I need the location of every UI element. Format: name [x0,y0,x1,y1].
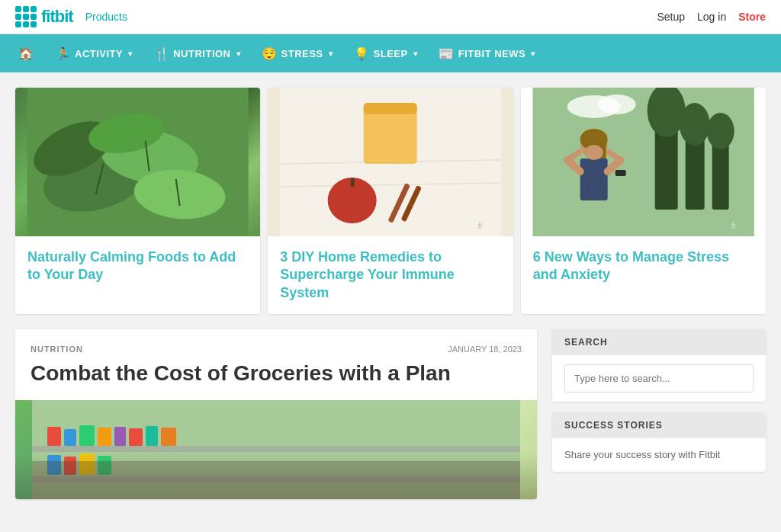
top-right-links: Setup Log in Store [657,11,766,23]
card-smoothie-image: fi [268,88,513,236]
svg-rect-32 [580,159,607,200]
products-link[interactable]: Products [85,11,127,23]
search-header: SEARCH [552,329,766,355]
svg-point-24 [679,103,709,146]
nav-nutrition-label: NUTRITION [173,48,230,59]
card-yoga-title: 6 New Ways to Manage Stress and Anxiety [533,248,754,284]
nav-bar: 🏠 🏃 ACTIVITY ▾ 🍴 NUTRITION ▾ 😌 STRESS ▾ … [0,34,781,72]
logo-area: fitbit Products [15,6,127,27]
nav-sleep-label: SLEEP [374,48,408,59]
search-body [552,355,766,402]
card-spinach-body: Naturally Calming Foods to Add to Your D… [15,236,260,296]
fitbit-news-icon: 📰 [439,46,455,61]
nav-fitbit-news-label: FITBIT NEWS [458,48,526,59]
logo-text: fitbit [41,7,73,27]
svg-rect-48 [114,427,126,446]
logo[interactable]: fitbit [15,6,73,27]
nav-nutrition[interactable]: 🍴 NUTRITION ▾ [143,34,251,72]
card-spinach-title: Naturally Calming Foods to Add to Your D… [27,248,248,284]
top-bar: fitbit Products Setup Log in Store [0,0,781,34]
nav-stress-label: STRESS [281,48,323,59]
smoothie-svg: fi [268,88,513,236]
svg-rect-46 [79,425,95,446]
card-yoga[interactable]: fi 6 New Ways to Manage Stress and Anxie… [521,88,766,314]
card-smoothie-body: 3 DIY Home Remedies to Supercharge Your … [268,236,513,314]
sleep-arrow-icon: ▾ [413,50,418,58]
setup-link[interactable]: Setup [657,11,685,23]
activity-icon: 🏃 [56,46,72,61]
success-stories-header: SUCCESS STORIES [552,412,766,438]
svg-rect-15 [351,178,355,187]
success-stories-text: Share your success story with Fitbit [564,447,754,463]
article-image [15,400,537,499]
nav-home[interactable]: 🏠 [8,34,45,72]
article-panel: NUTRITION JANUARY 18, 2023 Combat the Co… [15,329,537,498]
card-yoga-image: fi [521,88,766,236]
article-image-overlay [15,453,537,499]
success-stories-section: SUCCESS STORIES Share your success story… [552,412,766,472]
svg-text:fi: fi [478,221,483,230]
svg-rect-50 [146,426,158,446]
main-content: Naturally Calming Foods to Add to Your D… [0,72,781,514]
spinach-image-bg [15,88,260,236]
article-category: NUTRITION [31,345,83,354]
sidebar: SEARCH SUCCESS STORIES Share your succes… [552,329,766,498]
nav-fitbit-news[interactable]: 📰 FITBIT NEWS ▾ [428,34,546,72]
article-date: JANUARY 18, 2023 [448,345,522,354]
card-yoga-body: 6 New Ways to Manage Stress and Anxiety [521,236,766,296]
nav-activity-label: ACTIVITY [75,48,123,59]
home-icon: 🏠 [18,46,34,61]
search-input[interactable] [564,364,754,393]
svg-rect-51 [161,428,176,446]
article-meta: NUTRITION JANUARY 18, 2023 [15,329,537,360]
svg-rect-42 [32,446,520,452]
bottom-section: NUTRITION JANUARY 18, 2023 Combat the Co… [15,329,766,514]
success-stories-body: Share your success story with Fitbit [552,438,766,472]
store-link[interactable]: Store [738,11,766,23]
card-spinach[interactable]: Naturally Calming Foods to Add to Your D… [15,88,260,314]
nav-activity[interactable]: 🏃 ACTIVITY ▾ [45,34,143,72]
svg-point-28 [597,95,635,114]
svg-rect-47 [98,428,111,446]
stress-arrow-icon: ▾ [329,50,333,58]
card-spinach-image [15,88,260,236]
svg-rect-13 [364,103,417,114]
spinach-svg [15,88,260,236]
activity-arrow-icon: ▾ [128,50,133,58]
search-section: SEARCH [552,329,766,402]
featured-grid: Naturally Calming Foods to Add to Your D… [15,88,766,314]
svg-point-26 [706,113,734,149]
fitbit-news-arrow-icon: ▾ [531,50,535,58]
card-smoothie-title: 3 DIY Home Remedies to Supercharge Your … [280,248,500,302]
nutrition-arrow-icon: ▾ [236,50,241,58]
svg-point-37 [584,145,603,160]
svg-rect-45 [64,429,76,446]
nutrition-icon: 🍴 [154,46,170,61]
svg-rect-49 [129,428,143,446]
article-title[interactable]: Combat the Cost of Groceries with a Plan [15,360,537,399]
login-link[interactable]: Log in [697,11,726,23]
nav-sleep[interactable]: 💡 SLEEP ▾ [343,34,428,72]
stress-icon: 😌 [262,46,278,61]
svg-rect-38 [615,170,625,176]
yoga-svg: fi [521,88,766,236]
svg-text:fi: fi [731,221,735,230]
fitbit-logo-icon [15,6,37,27]
nav-stress[interactable]: 😌 STRESS ▾ [251,34,343,72]
sleep-icon: 💡 [354,46,370,61]
card-smoothie[interactable]: fi 3 DIY Home Remedies to Supercharge Yo… [268,88,513,314]
svg-rect-44 [47,427,61,446]
